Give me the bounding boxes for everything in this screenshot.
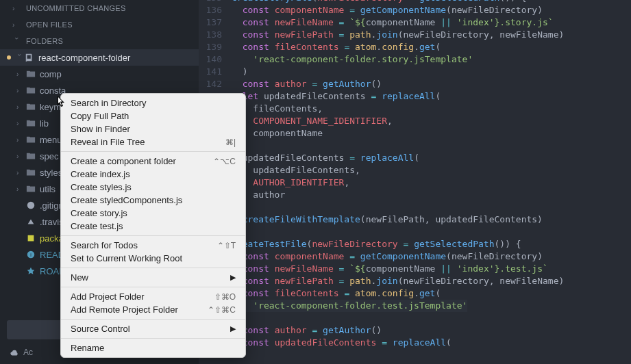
menu-shortcut: ⌃⇧T xyxy=(217,241,236,250)
code-content: const newFileName = `${componentName || … xyxy=(232,16,554,29)
code-content: AUTHOR_IDENTIFIER, xyxy=(232,177,349,189)
line-number: 141 xyxy=(199,66,232,78)
tree-folder[interactable]: ›comp xyxy=(0,66,199,82)
code-line[interactable]: componentName xyxy=(199,127,631,140)
code-line[interactable]: COMPONENT_NAME_IDENTIFIER, xyxy=(199,115,631,127)
code-content: const author = getAuthor() xyxy=(232,78,382,90)
code-line[interactable]: ) xyxy=(199,312,631,324)
code-line[interactable]: 141 ) xyxy=(199,66,631,78)
code-content: createFileWithTemplate(newFilePath, upda… xyxy=(232,213,543,226)
code-line[interactable]: author xyxy=(199,189,631,201)
code-line[interactable]: let updatedFileContents = replaceAll( xyxy=(199,90,631,103)
menu-item-label: Search in Directory xyxy=(71,98,147,108)
menu-item[interactable]: Create story.js xyxy=(61,207,245,220)
code-line[interactable]: 140 'react-component-folder.story.jsTemp… xyxy=(199,53,631,66)
code-line[interactable]: updatedFileContents, xyxy=(199,164,631,177)
code-content: ) xyxy=(232,66,247,78)
section-folders[interactable]: › FOLDERS xyxy=(0,33,199,49)
code-line[interactable]: const newFileName = `${componentName || … xyxy=(199,263,631,275)
code-line[interactable]: updatedFileContents = replaceAll( xyxy=(199,152,631,164)
menu-item[interactable]: New▶ xyxy=(61,271,245,284)
menu-item-label: Search for Todos xyxy=(71,240,138,250)
code-line[interactable]: const author = getAuthor() xyxy=(199,324,631,337)
code-line[interactable]: 138 const newFilePath = path.join(newFil… xyxy=(199,29,631,41)
repo-icon xyxy=(25,53,34,62)
menu-shortcut: ⌃⇧⌘C xyxy=(208,305,236,315)
line-number: 138 xyxy=(199,29,232,41)
menu-item[interactable]: Create test.js xyxy=(61,220,245,233)
code-content: const newFilePath = path.join(newFileDir… xyxy=(232,29,564,41)
menu-item[interactable]: Add Project Folder⇧⌘O xyxy=(61,290,245,303)
menu-item[interactable]: Create a component folder⌃⌥C xyxy=(61,155,245,168)
folder-label: lib xyxy=(40,118,49,129)
menu-item[interactable]: Copy Full Path xyxy=(61,109,245,122)
code-line[interactable]: 137 const newFileName = `${componentName… xyxy=(199,16,631,29)
code-content: const fileContents = atom.config.get( xyxy=(232,287,441,300)
menu-item-label: Add Project Folder xyxy=(71,291,145,302)
project-root[interactable]: › react-component-folder xyxy=(0,49,199,66)
code-content: const newFileName = `${componentName || … xyxy=(232,263,548,275)
menu-item-label: Rename xyxy=(71,343,104,353)
code-line[interactable]: const updatedFileContents = replaceAll( xyxy=(199,337,631,349)
cloud-download-icon xyxy=(10,348,19,357)
menu-item-label: Create styles.js xyxy=(71,182,132,192)
code-content: const componentName = getComponentName(n… xyxy=(232,4,543,16)
download-label: Ac xyxy=(23,348,33,357)
code-line[interactable]: 136 const componentName = getComponentNa… xyxy=(199,4,631,16)
chevron-right-icon: › xyxy=(16,87,25,94)
menu-item[interactable]: Set to Current Working Root xyxy=(61,252,245,265)
svg-point-0 xyxy=(27,202,35,209)
chevron-down-icon: › xyxy=(13,37,21,45)
menu-item[interactable]: Rename xyxy=(61,341,245,354)
code-line[interactable]: fileContents, xyxy=(199,103,631,115)
section-uncommitted[interactable]: › UNCOMMITTED CHANGES xyxy=(0,0,199,16)
menu-item[interactable]: Create styledComponents.js xyxy=(61,194,245,207)
menu-item[interactable]: Search for Todos⌃⇧T xyxy=(61,239,245,252)
menu-item-label: New xyxy=(71,272,88,283)
menu-separator xyxy=(61,319,245,320)
menu-item[interactable]: Add Remote Project Folder⌃⇧⌘C xyxy=(61,303,245,316)
code-content: const componentName = getComponentName(n… xyxy=(232,250,543,263)
code-line[interactable]: 139 const fileContents = atom.config.get… xyxy=(199,41,631,53)
folder-icon xyxy=(26,86,36,95)
file-icon: i xyxy=(26,250,36,259)
menu-item-label: Create test.js xyxy=(71,221,123,231)
code-line[interactable]: const fileContents = atom.config.get( xyxy=(199,287,631,300)
menu-item[interactable]: Create index.js xyxy=(61,168,245,181)
code-line[interactable]: createTestFile(newFileDirectory = getSel… xyxy=(199,238,631,250)
code-content: 'react-component-folder.test.jsTemplate' xyxy=(232,300,467,312)
code-content: updatedFileContents, xyxy=(232,164,360,177)
folder-icon xyxy=(26,135,36,144)
code-content: const newFilePath = path.join(newFileDir… xyxy=(232,275,564,287)
menu-item[interactable]: Search in Directory xyxy=(61,96,245,109)
code-line[interactable]: }, xyxy=(199,226,631,238)
chevron-right-icon: › xyxy=(16,136,25,144)
line-number: 140 xyxy=(199,53,232,66)
code-line[interactable]: const componentName = getComponentName(n… xyxy=(199,250,631,263)
code-line[interactable]: ) xyxy=(199,201,631,213)
chevron-right-icon: › xyxy=(16,70,25,78)
code-line[interactable]: AUTHOR_IDENTIFIER, xyxy=(199,177,631,189)
menu-item-label: Show in Finder xyxy=(71,124,130,134)
code-editor[interactable]: 135createStoryFile(newFileDirectory = ge… xyxy=(199,0,631,364)
submenu-arrow-icon: ▶ xyxy=(230,324,236,333)
menu-item[interactable]: Create styles.js xyxy=(61,181,245,194)
menu-separator xyxy=(61,235,245,236)
menu-item[interactable]: Show in Finder xyxy=(61,122,245,135)
section-open-files[interactable]: › OPEN FILES xyxy=(0,16,199,33)
menu-item[interactable]: Source Control▶ xyxy=(61,322,245,335)
code-line[interactable]: const newFilePath = path.join(newFileDir… xyxy=(199,275,631,287)
menu-item[interactable]: Reveal in File Tree⌘| xyxy=(61,135,245,148)
code-line[interactable]: 142 const author = getAuthor() xyxy=(199,78,631,90)
code-content: const updatedFileContents = replaceAll( xyxy=(232,337,451,349)
code-line[interactable]: 'react-component-folder.test.jsTemplate' xyxy=(199,300,631,312)
code-content: createTestFile(newFileDirectory = getSel… xyxy=(232,238,521,250)
file-icon xyxy=(26,266,36,276)
chevron-right-icon: › xyxy=(12,21,21,29)
code-line[interactable]: ) xyxy=(199,140,631,152)
chevron-right-icon: › xyxy=(16,169,25,177)
folder-icon xyxy=(26,168,36,177)
code-line[interactable]: createFileWithTemplate(newFilePath, upda… xyxy=(199,213,631,226)
folder-label: styles xyxy=(40,168,62,178)
menu-shortcut: ⇧⌘O xyxy=(214,292,236,302)
